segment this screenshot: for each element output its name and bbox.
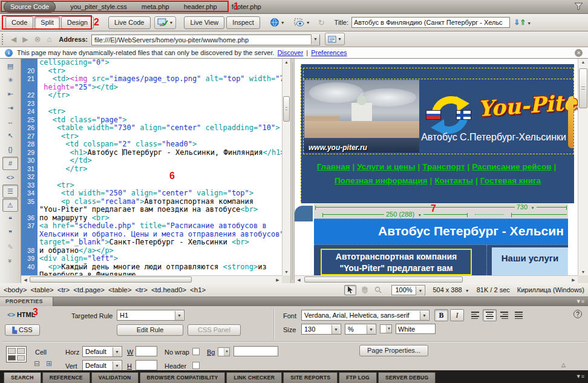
code-line[interactable]: 21 <td><img src="images/page_top.png" al… [21,75,282,83]
scrollbar-thumb[interactable] [283,96,290,122]
code-line[interactable]: Хельсинки и обратно. Цены и места отправ… [21,231,282,239]
results-tab[interactable]: SERVER DEBUG [378,372,436,383]
scroll-right-icon[interactable]: ▶ [275,278,281,283]
column-width-menu-250[interactable]: 250 (288) ▼ [384,211,423,218]
design-view-pane[interactable]: www.you-piter.ru You-Piter [295,59,588,283]
hand-tool-icon[interactable] [358,285,370,295]
file-tab[interactable]: you_piter_style.css [70,3,127,10]
scroll-up-icon[interactable]: ▲ [283,60,290,64]
tag-selector-item[interactable]: <body> [4,286,27,293]
scroll-up-icon[interactable]: ▲ [578,60,588,64]
code-line[interactable]: 23 [21,100,282,108]
nav-link[interactable]: Полезная информация [335,176,428,185]
back-icon[interactable]: ◀ [11,35,16,44]
bold-button[interactable]: B [434,309,448,321]
tag-selector-item[interactable]: <tr> [135,286,147,293]
align-justify-button[interactable] [512,309,526,321]
code-line[interactable]: "You-Piter" предлагает вам поездки на ав… [21,206,282,214]
edit-rule-button[interactable]: Edit Rule [117,324,183,336]
split-cell-icon[interactable]: ⊞ [46,359,52,368]
tag-selector-item[interactable]: <tr> [57,286,70,293]
code-line[interactable]: 32 [21,173,282,182]
header-checkbox[interactable] [192,362,200,369]
design-view-button[interactable]: Design [61,16,94,29]
collapse-selection-icon[interactable]: ⇥ [2,101,18,114]
highlight-invalid-code-icon[interactable]: <> [2,171,18,184]
code-line[interactable]: 34 <td width="250" align="center" valign… [21,189,282,198]
code-view-button[interactable]: Code [5,16,33,29]
properties-tab[interactable]: PROPERTIES [0,297,53,306]
code-line[interactable]: target="_blank">Санкт-Петербург - Хельси… [21,238,282,247]
page-body[interactable]: www.you-piter.ru You-Piter [301,64,574,203]
nav-link[interactable]: Услуги и цены [357,162,415,171]
nav-link[interactable]: Гостевая книга [480,176,541,185]
scroll-left-icon[interactable]: ◀ [296,278,302,283]
code-line[interactable]: 20 <tr> [21,67,282,76]
nowrap-checkbox[interactable] [192,348,200,355]
code-line[interactable]: 28 <td colspan="2" class="head0"> [21,140,282,149]
page-heading-bar[interactable]: Автобус Петербург - Хельсин [314,218,568,244]
header-banner[interactable]: www.you-piter.ru You-Piter [303,79,574,154]
preview-in-browser-icon[interactable]: ▼ [267,16,288,29]
results-tab[interactable]: FTP LOG [339,372,377,383]
design-vertical-scrollbar[interactable]: ▲ ▼ [578,59,588,275]
panel-menu-icon[interactable]: ▼≡ [576,373,584,379]
bg-color-input[interactable] [234,346,278,356]
discover-link[interactable]: Discover [278,49,304,56]
scrollbar-thumb[interactable] [579,68,587,108]
css-panel-button[interactable]: CSS Panel [188,324,241,336]
tag-selector-item[interactable]: <td.page> [73,286,105,293]
nav-link[interactable]: Расписание рейсов [472,162,551,171]
code-line[interactable]: 39<div align="left"> [21,255,282,263]
split-view-divider[interactable] [290,59,295,283]
code-line[interactable]: 33 <tr> [21,182,282,190]
panel-menu-icon[interactable]: ▼≡ [576,298,584,304]
code-line[interactable]: 40 <p>Каждый день многие люди отправляют… [21,263,282,272]
address-dropdown-icon[interactable]: ▼ [311,34,319,44]
code-line[interactable]: 27 <tr> [21,133,282,141]
tag-selector-item[interactable]: <td.head0> [151,286,186,293]
scroll-down-icon[interactable]: ▼ [283,270,290,274]
code-line[interactable]: 35 <p class="reclama">Автотранспортная к… [21,198,282,206]
horz-select[interactable]: Default▼ [82,346,122,357]
code-line[interactable]: 37<a href="schedule.php" title="Расписан… [21,222,282,231]
tag-selector-item[interactable]: <table> [30,286,53,293]
size-select[interactable]: 130▼ [301,324,341,335]
italic-button[interactable]: I [450,309,464,321]
text-color-swatch[interactable]: ▼ [380,324,392,333]
address-input[interactable] [91,34,320,45]
warning-icon[interactable]: ⚠ [2,198,18,212]
cell-width-input[interactable] [136,346,157,356]
code-line[interactable]: Петербурга в Финляндию [21,271,282,275]
design-horizontal-scrollbar[interactable]: ◀ ▶ [295,275,578,283]
select-parent-tag-icon[interactable]: ↖ [2,129,18,142]
tag-selector-item[interactable]: <h1> [190,286,206,293]
results-tab[interactable]: BROWSER COMPATIBILITY [140,372,226,383]
expand-all-icon[interactable]: ↔ [2,115,18,128]
home-icon[interactable]: ⌂ [47,34,51,44]
collapse-panel-icon[interactable]: △ [561,362,566,368]
nav-link[interactable]: Контакты [434,176,473,185]
vert-select[interactable]: Default▼ [82,360,122,371]
visual-aids-icon[interactable]: ▼ [291,16,313,29]
promo-box[interactable]: Автотранспортная компания "You-Piter" пр… [321,249,472,275]
code-vertical-scrollbar[interactable]: ▲ ▼ [282,59,290,275]
column-width-line-right[interactable] [511,214,567,215]
code-line[interactable]: 29 <h1>Автобус Петербург - Хельсинки, Фи… [21,149,282,157]
file-management-icon[interactable]: ⇓⇑▼ [514,18,531,27]
check-browser-compatibility-icon[interactable]: ▼ [154,16,177,29]
code-navigator-icon[interactable]: ✳ [2,73,18,87]
nav-link[interactable]: Транспорт [422,162,465,171]
inspect-button[interactable]: Inspect [226,16,260,29]
code-line[interactable]: 25 <td class="page"> [21,116,282,125]
syntax-error-alerts-icon[interactable]: ☰ [2,185,18,198]
code-line[interactable]: 26 <table width="730" align="center" cel… [21,124,282,133]
code-horizontal-scrollbar[interactable]: ◀ ▶ [21,275,282,283]
stop-icon[interactable]: ⊗ [34,34,41,44]
split-view-button[interactable]: Split [34,16,59,29]
scrollbar-thumb[interactable] [304,277,463,283]
code-line[interactable]: 22 </tr> [21,91,282,100]
code-line[interactable]: 24 <tr> [21,108,282,116]
source-code-tab[interactable]: Source Code [4,1,56,13]
help-icon[interactable]: ? [573,310,582,318]
